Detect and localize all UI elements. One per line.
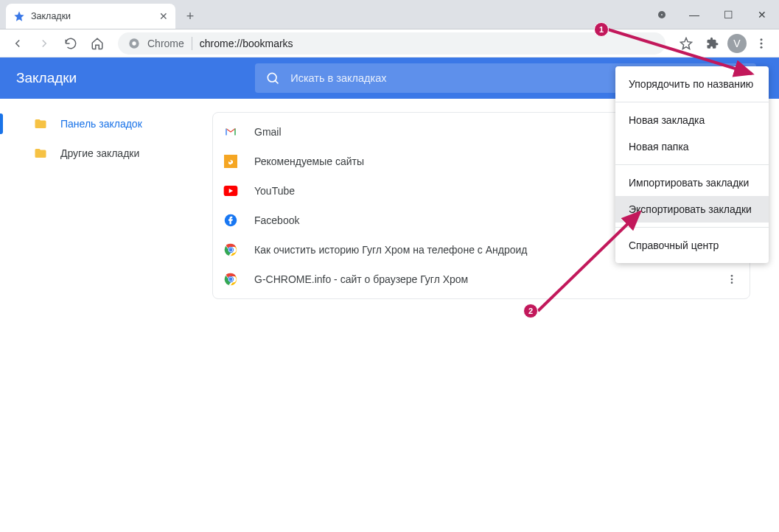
sidebar-item-other-bookmarks[interactable]: Другие закладки [0, 139, 206, 168]
gmail-icon [223, 125, 238, 139]
new-tab-button[interactable]: + [180, 6, 200, 27]
bing-icon [223, 154, 238, 169]
svg-point-19 [731, 279, 733, 281]
facebook-icon [223, 213, 238, 228]
svg-point-3 [761, 42, 763, 44]
menu-import-bookmarks[interactable]: Импортировать закладки [615, 169, 769, 196]
menu-new-folder[interactable]: Новая папка [615, 133, 769, 160]
menu-separator [615, 227, 769, 228]
tab-title: Закладки [31, 11, 71, 21]
chrome-icon [223, 272, 238, 287]
window-tab-strip: Закладки ✕ + — ☐ ✕ [0, 0, 779, 29]
divider [192, 37, 192, 50]
chrome-logo-icon [128, 38, 140, 49]
svg-point-1 [132, 41, 136, 45]
bookmark-label: G-CHROME.info - сайт о браузере Гугл Хро… [254, 273, 468, 285]
minimize-button[interactable]: — [677, 3, 711, 27]
bookmark-label: Как очистить историю Гугл Хром на телефо… [254, 244, 528, 256]
menu-new-bookmark[interactable]: Новая закладка [615, 107, 769, 133]
plus-icon: + [186, 9, 195, 24]
omnibox-scheme-label: Chrome [147, 38, 184, 49]
bookmark-item[interactable]: G-CHROME.info - сайт о браузере Гугл Хро… [213, 265, 750, 294]
svg-point-5 [268, 73, 277, 82]
svg-point-18 [731, 275, 733, 277]
svg-point-20 [731, 281, 733, 284]
bookmark-label: YouTube [254, 185, 295, 197]
back-button[interactable] [6, 32, 29, 55]
home-button[interactable] [85, 32, 109, 55]
more-button[interactable] [722, 269, 742, 290]
menu-separator [615, 102, 769, 102]
account-indicator-icon[interactable] [658, 11, 666, 18]
browser-toolbar: Chrome chrome://bookmarks V [0, 29, 779, 57]
address-bar[interactable]: Chrome chrome://bookmarks [118, 32, 666, 55]
page-title: Закладки [16, 70, 77, 86]
browser-tab[interactable]: Закладки ✕ [6, 4, 175, 29]
svg-point-4 [761, 46, 763, 48]
bookmark-label: Gmail [254, 126, 282, 138]
svg-rect-6 [224, 155, 237, 168]
menu-separator [615, 164, 769, 165]
extensions-button[interactable] [701, 32, 724, 55]
profile-avatar[interactable]: V [727, 34, 747, 53]
bookmark-label: Рекомендуемые сайты [254, 155, 364, 167]
menu-export-bookmarks[interactable]: Экспортировать закладки [615, 196, 769, 223]
sidebar-item-label: Панель закладок [60, 118, 142, 130]
bookmarks-sidebar: Панель закладок Другие закладки [0, 99, 206, 532]
sidebar-item-label: Другие закладки [60, 147, 139, 159]
window-controls: — ☐ ✕ [658, 0, 779, 29]
close-tab-icon[interactable]: ✕ [159, 10, 168, 22]
svg-point-11 [229, 248, 233, 252]
chrome-icon [223, 242, 238, 257]
menu-help-center[interactable]: Справочный центр [615, 232, 769, 259]
organize-menu: Упорядочить по названию Новая закладка Н… [615, 66, 769, 263]
star-icon [13, 10, 25, 22]
forward-button[interactable] [32, 32, 56, 55]
svg-point-17 [229, 278, 233, 281]
reload-button[interactable] [59, 32, 83, 55]
menu-sort-by-name[interactable]: Упорядочить по названию [615, 71, 769, 97]
close-window-button[interactable]: ✕ [745, 3, 779, 27]
browser-menu-button[interactable] [750, 32, 773, 55]
bookmark-star-button[interactable] [674, 32, 698, 55]
sidebar-item-bookmarks-bar[interactable]: Панель закладок [0, 109, 206, 139]
youtube-icon [223, 183, 238, 198]
bookmark-label: Facebook [254, 214, 299, 226]
maximize-button[interactable]: ☐ [711, 3, 745, 27]
folder-icon [34, 117, 47, 130]
search-icon [265, 71, 280, 85]
svg-point-2 [761, 38, 763, 41]
folder-icon [34, 147, 47, 160]
omnibox-url: chrome://bookmarks [200, 38, 293, 49]
